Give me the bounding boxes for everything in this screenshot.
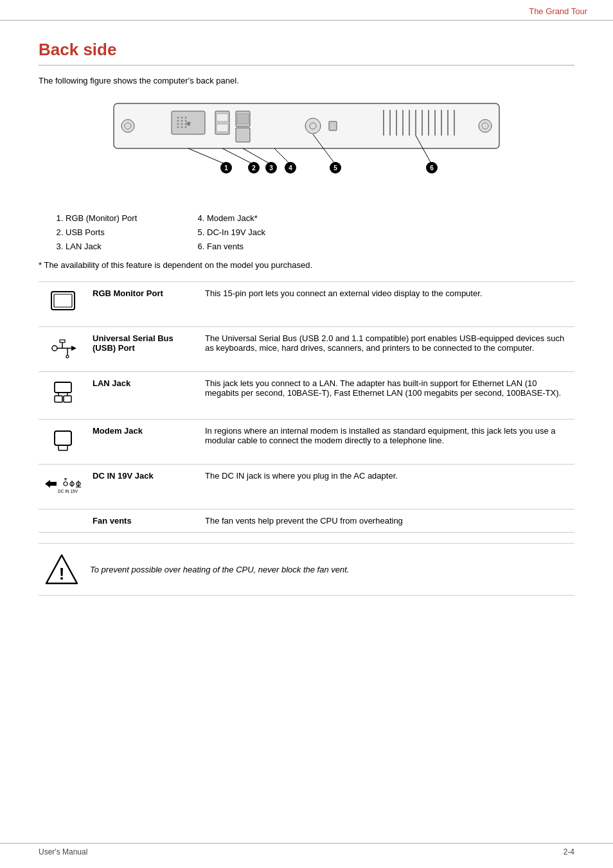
table-row: Universal Serial Bus (USB) Port The Univ… (39, 327, 574, 372)
intro-text: The following figure shows the computer'… (39, 76, 574, 85)
svg-text:1: 1 (224, 164, 228, 172)
svg-point-15 (181, 127, 183, 128)
parts-col-2: Modem Jack* DC-In 19V Jack Fan vents (193, 211, 334, 254)
feature-desc: The Universal Serial Bus (USB 2.0 and 1.… (200, 327, 574, 372)
svg-text:4: 4 (289, 164, 292, 172)
svg-point-60 (52, 346, 57, 351)
list-item: Fan vents (207, 240, 334, 254)
icon-cell (39, 327, 87, 372)
page: The Grand Tour Back side The following f… (0, 0, 613, 868)
content: Back side The following figure shows the… (0, 21, 613, 621)
monitor-port-icon (48, 288, 78, 318)
header-title: The Grand Tour (529, 6, 587, 16)
svg-rect-69 (64, 396, 71, 402)
svg-rect-19 (217, 124, 228, 132)
feature-name: DC IN 19V Jack (87, 465, 200, 509)
list-item: LAN Jack (66, 240, 193, 254)
svg-point-7 (185, 117, 187, 119)
svg-text:⊞: ⊞ (186, 121, 191, 127)
parts-list: RGB (Monitor) Port USB Ports LAN Jack Mo… (39, 211, 574, 254)
icon-cell (39, 420, 87, 465)
svg-rect-22 (236, 128, 250, 142)
table-row: Fan vents The fan vents help prevent the… (39, 509, 574, 533)
footer-right: 2-4 (564, 847, 574, 856)
feature-table: RGB Monitor Port This 15-pin port lets y… (39, 281, 574, 533)
table-row: RGB Monitor Port This 15-pin port lets y… (39, 282, 574, 327)
svg-point-23 (305, 118, 321, 134)
feature-desc: The fan vents help prevent the CPU from … (200, 509, 574, 533)
svg-text:6: 6 (430, 164, 434, 172)
svg-text:DC IN 19V: DC IN 19V (58, 489, 78, 493)
svg-rect-21 (237, 114, 249, 124)
feature-name: RGB Monitor Port (87, 282, 200, 327)
list-item: Modem Jack* (207, 211, 334, 226)
footer: User's Manual 2-4 (0, 843, 613, 856)
svg-point-9 (181, 120, 183, 122)
feature-name: LAN Jack (87, 372, 200, 420)
warning-icon: ! (45, 553, 78, 586)
svg-marker-74 (45, 480, 57, 488)
footer-left: User's Manual (39, 847, 87, 856)
svg-point-66 (66, 355, 69, 358)
back-panel-diagram: ⊞ (107, 97, 506, 200)
feature-name: Universal Serial Bus (USB) Port (87, 327, 200, 372)
svg-line-40 (188, 148, 226, 164)
icon-cell: DC IN 19V (39, 465, 87, 509)
table-row: DC IN 19V DC IN 19V Jack The DC IN jack … (39, 465, 574, 509)
svg-rect-64 (60, 340, 65, 342)
svg-text:5: 5 (333, 164, 337, 172)
feature-name: Modem Jack (87, 420, 200, 465)
table-row: LAN Jack This jack lets you connect to a… (39, 372, 574, 420)
dc-in-icon: DC IN 19V (44, 471, 82, 500)
svg-point-16 (185, 127, 187, 128)
icon-cell (39, 282, 87, 327)
svg-point-1 (121, 120, 134, 132)
svg-line-46 (243, 148, 271, 164)
svg-rect-67 (55, 382, 71, 393)
table-row: Modem Jack In regions where an internal … (39, 420, 574, 465)
svg-rect-72 (55, 431, 71, 445)
icon-cell (39, 372, 87, 420)
svg-rect-59 (54, 294, 72, 307)
svg-point-5 (177, 117, 179, 119)
footnote: * The availability of this feature is de… (39, 260, 574, 270)
svg-rect-73 (58, 445, 67, 450)
icon-cell (39, 509, 87, 533)
svg-text:!: ! (59, 564, 65, 583)
warning-text: To prevent possible over heating of the … (90, 565, 349, 574)
svg-point-11 (177, 123, 179, 125)
svg-point-8 (177, 120, 179, 122)
svg-rect-18 (217, 114, 228, 121)
svg-point-6 (181, 117, 183, 119)
svg-text:2: 2 (252, 164, 256, 172)
list-item: RGB (Monitor) Port (66, 211, 193, 226)
feature-desc: This jack lets you connect to a LAN. The… (200, 372, 574, 420)
list-item: USB Ports (66, 226, 193, 240)
lan-jack-icon (48, 378, 78, 411)
svg-marker-62 (71, 346, 76, 351)
modem-jack-icon (48, 426, 78, 456)
svg-text:3: 3 (269, 164, 273, 172)
svg-point-38 (479, 120, 492, 132)
svg-point-14 (177, 127, 179, 128)
svg-point-10 (185, 120, 187, 122)
svg-rect-25 (329, 121, 337, 130)
svg-rect-68 (55, 396, 62, 402)
warning-box: ! To prevent possible over heating of th… (39, 543, 574, 596)
feature-desc: In regions where an internal modem is in… (200, 420, 574, 465)
svg-point-13 (185, 123, 187, 125)
page-title: Back side (39, 40, 574, 66)
feature-desc: The DC IN jack is where you plug in the … (200, 465, 574, 509)
svg-line-49 (274, 148, 290, 164)
svg-point-75 (64, 482, 67, 486)
usb-port-icon (48, 333, 78, 363)
header: The Grand Tour (0, 0, 613, 21)
svg-point-12 (181, 123, 183, 125)
feature-desc: This 15-pin port lets you connect an ext… (200, 282, 574, 327)
list-item: DC-In 19V Jack (207, 226, 334, 240)
diagram-container: ⊞ (39, 97, 574, 200)
feature-name: Fan vents (87, 509, 200, 533)
parts-col-1: RGB (Monitor) Port USB Ports LAN Jack (51, 211, 193, 254)
